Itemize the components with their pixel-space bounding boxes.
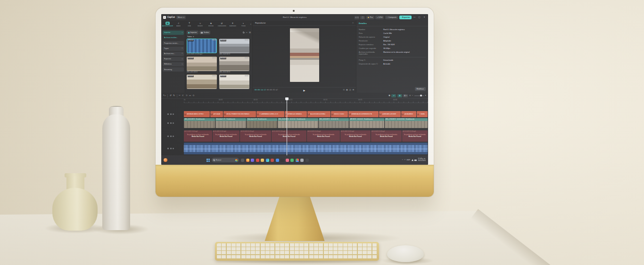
subtitle-clip[interactable]: T TIENEN ALGO DIFERENTE PA xyxy=(348,111,379,117)
close-button[interactable]: × xyxy=(422,16,426,18)
taskbar-app-icon[interactable] xyxy=(296,159,299,162)
tab[interactable]: T Texto xyxy=(184,22,195,27)
media-item[interactable]: Añadido 00:03 xyxy=(219,74,249,91)
mute-icon[interactable] xyxy=(173,148,174,149)
taskbar-app-icon[interactable] xyxy=(246,159,249,162)
media-item[interactable]: Añadido 00:04 IMG_5610.MOV xyxy=(219,56,249,73)
subtitle-clip[interactable]: T CUENTAN CON SER xyxy=(379,111,401,117)
mute-icon[interactable] xyxy=(173,122,174,124)
minimize-button[interactable]: — xyxy=(413,16,416,18)
zoom-slider[interactable] xyxy=(414,96,424,96)
pro-badge[interactable]: ◆Pro xyxy=(366,16,374,19)
missing-media-clip[interactable]: 04-11-2023 12.03.mp4 Se perdieron archiv… xyxy=(402,130,428,142)
video-clip[interactable]: Velocidad 4.28 · Estabilización xyxy=(247,118,277,128)
media-item[interactable]: Añadido 01:23 IMG_5043.MOV xyxy=(219,39,249,56)
taskbar-app-icon[interactable] xyxy=(281,159,284,162)
undo-icon[interactable]: ↺ xyxy=(170,94,172,96)
player-menu-icon[interactable]: ≡ xyxy=(353,22,354,24)
mic-icon[interactable]: ◉ xyxy=(388,94,390,96)
split-icon[interactable]: ✂ xyxy=(179,94,181,96)
timeline-ruler[interactable]: 0s00:0500:1000:1500:2000:2500:30 xyxy=(184,99,428,103)
sidebar-item[interactable]: Archivos mu... ∨ xyxy=(163,52,184,56)
quality-icon[interactable]: ▦ xyxy=(346,89,348,91)
tab[interactable]: ☺ Stickers xyxy=(195,22,206,27)
taskbar-app-icon[interactable] xyxy=(266,159,269,162)
details-toggle-row[interactable]: Proxy ⓘ Desactivado xyxy=(359,59,426,62)
view-icon[interactable]: ▤ xyxy=(249,32,251,34)
taskbar-corner-icon[interactable] xyxy=(164,158,167,162)
preview-adjust-icon[interactable]: ⊡ xyxy=(343,89,345,91)
modify-button[interactable]: Modificar xyxy=(415,87,426,91)
taskbar-app-icon[interactable] xyxy=(276,159,279,162)
tab[interactable]: ▦ Archivos multimedia xyxy=(162,22,173,27)
main-track-toggle[interactable]: ▦ xyxy=(397,94,402,97)
lock-icon[interactable] xyxy=(170,148,172,149)
media-thumbnail[interactable]: Añadido 00:13 xyxy=(187,56,217,71)
taskbar-app-icon[interactable] xyxy=(241,159,244,162)
sidebar-item[interactable]: Proyectos recien... xyxy=(163,41,184,45)
magnet-icon[interactable]: ∪ xyxy=(409,94,411,96)
sidebar-item[interactable]: Streaming xyxy=(163,67,184,72)
taskbar-app-icon[interactable] xyxy=(271,159,274,162)
media-thumbnail[interactable]: Añadido 00:03 xyxy=(219,74,249,89)
subtitle-clip[interactable]: T AVENIDA SANTO SPIRO xyxy=(184,111,210,117)
playhead[interactable] xyxy=(287,99,287,155)
sidebar-item[interactable]: Biblioteca ∨ xyxy=(163,62,184,66)
subtitle-clip[interactable]: T Y SUBO xyxy=(417,111,428,117)
layout-toggle-button[interactable]: ▭∨ xyxy=(355,16,359,19)
tab[interactable]: ⇄ Transiciones xyxy=(216,22,227,27)
video-clip[interactable]: Velocidad 1.75 · Estabilización xyxy=(215,118,247,128)
sort-icon[interactable]: ≔ xyxy=(246,32,248,34)
level-dropdown[interactable]: ▤∨ xyxy=(403,94,408,97)
media-thumbnail[interactable]: Añadido 00:04 xyxy=(219,56,249,71)
layout-full-button[interactable]: ▢ xyxy=(360,16,365,19)
lock-icon[interactable] xyxy=(170,113,172,115)
maximize-button[interactable]: ▢ xyxy=(418,16,421,18)
eye-icon[interactable] xyxy=(173,113,174,115)
delete-left-icon[interactable]: ⊏ xyxy=(182,94,184,96)
tray-app-icon[interactable]: ▭ xyxy=(404,159,405,161)
missing-media-clip[interactable]: 04-11-2023 12.03.mp4 Se perdieron archiv… xyxy=(272,130,306,142)
mirror-icon[interactable]: ▭ xyxy=(189,94,191,96)
missing-media-clip[interactable]: 04-11-2023 12.03.mp4 Se perdieron archiv… xyxy=(240,130,271,142)
missing-media-clip[interactable]: 04-11-2023 12.03.mp4 Se perdieron archiv… xyxy=(307,130,340,142)
lock-icon[interactable] xyxy=(170,122,172,124)
subtitle-clip[interactable]: T VISTE O TODO xyxy=(331,111,348,117)
fit-icon[interactable]: ◲ xyxy=(349,89,351,91)
start-button[interactable] xyxy=(206,159,210,162)
zoom-in-icon[interactable]: + xyxy=(425,94,426,96)
export-button[interactable]: ↑Exportar xyxy=(399,16,412,19)
subtitle-clip[interactable]: T Y CAMINANDO DIRECTO S xyxy=(256,111,284,117)
play-button[interactable]: ▶ xyxy=(304,89,305,92)
missing-media-clip[interactable]: 04-11-2023 12.03.mp4 Se perdieron archiv… xyxy=(340,130,371,142)
missing-media-clip[interactable]: 04-11-2023 12.03.mp4 Se perdieron archiv… xyxy=(371,130,402,142)
record-button[interactable]: Grabar xyxy=(199,31,210,34)
details-toggle-row[interactable]: Disposición de capas ⓘ Activado xyxy=(359,63,426,65)
sidebar-item[interactable]: Tuyos ∨ xyxy=(163,47,184,51)
audio-clip[interactable] xyxy=(184,143,428,154)
media-thumbnail[interactable]: Añadido 01:23 xyxy=(219,39,249,53)
tab[interactable]: ◈ Efectos xyxy=(206,22,216,27)
tab[interactable]: ♫ Audio xyxy=(173,22,184,27)
search-icon[interactable] xyxy=(243,32,245,33)
media-thumbnail[interactable]: Añadido 00:15 xyxy=(187,39,217,53)
tabs-overflow-icon[interactable]: ≡ xyxy=(250,24,251,26)
link-toggle[interactable]: ⇄ xyxy=(391,94,396,97)
language-indicator[interactable]: ESP xyxy=(407,159,410,161)
import-button[interactable]: Importar xyxy=(187,31,198,34)
subtitle-clip[interactable]: T EN EL PRIMER PISO ENTRANDO xyxy=(223,111,256,117)
zoom-out-icon[interactable]: − xyxy=(412,94,413,96)
missing-media-clip[interactable]: 04-11-2023 12.03.mp4 Se perdieron archiv… xyxy=(213,130,240,142)
taskbar-app-icon[interactable] xyxy=(261,159,264,162)
subtitle-clip[interactable]: T CATALANES xyxy=(401,111,416,117)
redo-icon[interactable]: ↻ xyxy=(173,94,175,96)
select-tool-icon[interactable]: ↖∨ xyxy=(163,94,166,97)
tray-chevron-icon[interactable]: ∧ xyxy=(402,159,403,161)
media-item[interactable]: Añadido 00:13 IMG_5615.MOV xyxy=(187,56,217,73)
fullscreen-icon[interactable]: ⊞ xyxy=(353,89,354,91)
sidebar-item[interactable]: Archivos multim... xyxy=(163,36,184,40)
media-thumbnail[interactable]: Añadido 00:08 xyxy=(187,74,217,89)
media-item[interactable]: Añadido 00:08 xyxy=(187,74,217,91)
sidebar-item[interactable]: Importar ∨ xyxy=(163,31,184,35)
video-clip[interactable]: IMG_5043.MOV · 00:02:04 · Estabilización xyxy=(278,118,318,128)
